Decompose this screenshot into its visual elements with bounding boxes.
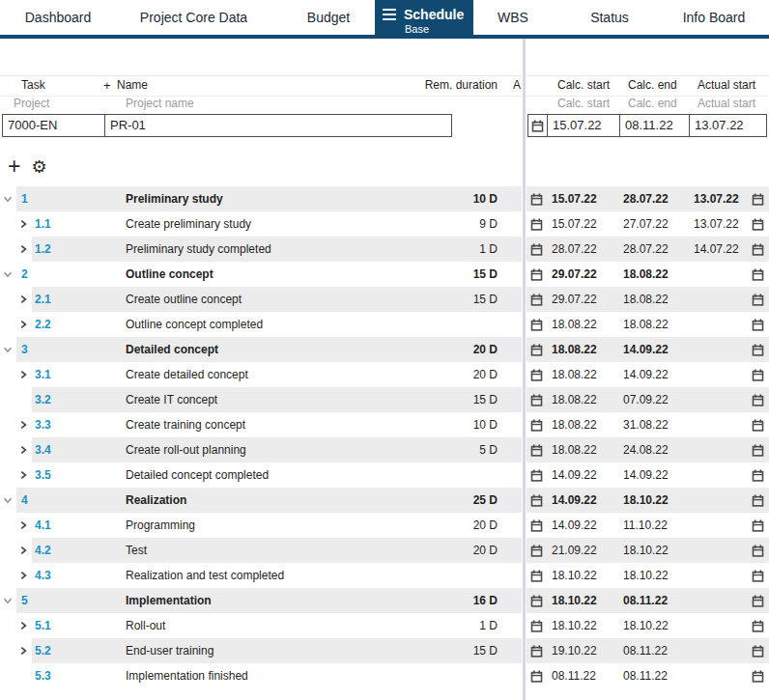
task-name[interactable]: Create roll-out planning — [126, 443, 440, 457]
chevron-right-icon[interactable] — [17, 545, 29, 556]
task-rem-duration[interactable]: 5 D — [440, 443, 498, 457]
actual-start-cell[interactable]: 13.07.22 — [694, 217, 747, 231]
calc-start-cell[interactable]: 18.08.22 — [549, 343, 623, 356]
task-id[interactable]: 5.3 — [32, 669, 126, 683]
calc-start-cell[interactable]: 14.09.22 — [549, 468, 623, 482]
task-name[interactable]: Test — [126, 544, 440, 557]
calc-end-cell[interactable]: 08.11.22 — [623, 594, 694, 607]
task-row[interactable]: 2.1Create outline concept15 D — [0, 287, 522, 312]
calc-end-cell[interactable]: 08.11.22 — [623, 644, 694, 658]
task-id[interactable]: 3.2 — [32, 393, 126, 406]
task-row[interactable]: 3.5Detailed concept completed — [0, 462, 522, 488]
column-header-a[interactable]: A — [513, 76, 521, 95]
calc-end-cell[interactable]: 24.08.22 — [623, 443, 694, 457]
calendar-icon[interactable] — [527, 545, 549, 557]
calendar-icon[interactable] — [527, 419, 549, 432]
chevron-right-icon[interactable] — [17, 369, 29, 380]
task-name[interactable]: Create preliminary study — [126, 217, 440, 231]
task-id[interactable]: 5.1 — [32, 619, 126, 632]
calc-end-cell[interactable]: 18.08.22 — [623, 267, 694, 281]
calc-start-cell[interactable]: 18.08.22 — [549, 418, 623, 432]
task-rem-duration[interactable]: 10 D — [440, 192, 498, 206]
calc-end-cell[interactable]: 28.07.22 — [623, 192, 694, 206]
task-id[interactable]: 3.1 — [32, 368, 126, 381]
add-task-button[interactable]: + — [8, 156, 20, 176]
task-id[interactable]: 5.2 — [32, 644, 126, 658]
calendar-icon[interactable] — [528, 115, 548, 136]
calendar-icon[interactable] — [747, 344, 769, 356]
calc-start-cell[interactable]: 08.11.22 — [549, 669, 623, 683]
close-icon[interactable]: × — [472, 8, 482, 21]
calc-start-cell[interactable]: 15.07.22 — [549, 217, 623, 231]
calc-end-cell[interactable]: 14.09.22 — [623, 368, 694, 381]
task-id[interactable]: 1.1 — [32, 217, 126, 231]
chevron-down-icon[interactable] — [2, 268, 14, 280]
calendar-icon[interactable] — [527, 319, 549, 331]
calc-start-cell[interactable]: 15.07.22 — [549, 192, 623, 206]
settings-gear-icon[interactable]: ⚙ — [31, 156, 46, 177]
date-row[interactable]: 14.09.2218.10.22 — [527, 488, 769, 513]
column-header-rem-duration[interactable]: Rem. duration — [425, 76, 498, 95]
calc-end-cell[interactable]: 27.07.22 — [623, 217, 694, 231]
task-rem-duration[interactable]: 10 D — [440, 418, 498, 432]
task-row[interactable]: 5.1Roll-out1 D — [0, 613, 522, 638]
calc-end-cell[interactable]: 18.10.22 — [623, 544, 694, 557]
task-name[interactable]: Preliminary study — [126, 192, 440, 206]
task-row[interactable]: 5.2End-user training15 D — [0, 638, 522, 663]
column-header-calc-start[interactable]: Calc. start — [557, 76, 610, 95]
task-rem-duration[interactable]: 15 D — [440, 293, 498, 306]
task-id[interactable]: 4.3 — [32, 569, 126, 582]
chevron-right-icon[interactable] — [17, 218, 29, 230]
calendar-icon[interactable] — [747, 595, 769, 607]
calendar-icon[interactable] — [527, 519, 549, 532]
date-row[interactable]: 21.09.2218.10.22 — [527, 538, 769, 563]
calendar-icon[interactable] — [747, 670, 769, 683]
calc-start-cell[interactable]: 28.07.22 — [549, 242, 623, 256]
task-id[interactable]: 1.2 — [32, 242, 126, 256]
calendar-icon[interactable] — [747, 369, 769, 381]
calc-end-cell[interactable]: 07.09.22 — [623, 393, 694, 406]
task-row[interactable]: 4.2Test20 D — [0, 538, 522, 563]
task-id[interactable]: 2 — [16, 267, 126, 281]
date-row[interactable]: 28.07.2228.07.2214.07.22 — [527, 237, 769, 262]
calc-end-cell[interactable]: 31.08.22 — [623, 418, 694, 432]
calc-end-cell[interactable]: 18.10.22 — [623, 619, 694, 632]
date-row[interactable]: 29.07.2218.08.22 — [527, 262, 769, 287]
chevron-right-icon[interactable] — [17, 319, 29, 330]
tab-info-board[interactable]: Info Board — [664, 0, 764, 35]
chevron-down-icon[interactable] — [2, 344, 14, 355]
calendar-icon[interactable] — [527, 570, 549, 582]
chevron-down-icon[interactable] — [2, 193, 14, 205]
date-row[interactable]: 14.09.2214.09.22 — [527, 462, 769, 488]
date-row[interactable]: 18.08.2224.08.22 — [527, 437, 769, 462]
date-row[interactable]: 18.10.2218.10.22 — [527, 613, 769, 638]
date-row[interactable]: 19.10.2208.11.22 — [527, 638, 769, 663]
tab-wbs[interactable]: WBS — [477, 0, 549, 35]
tab-schedule[interactable]: Schedule×Base — [375, 0, 473, 39]
calendar-icon[interactable] — [527, 620, 549, 632]
calendar-icon[interactable] — [747, 645, 769, 658]
project-name-field[interactable]: PR-01 — [105, 115, 451, 136]
task-row[interactable]: 5.3Implementation finished — [0, 663, 522, 688]
actual-start-cell[interactable]: 13.07.22 — [694, 192, 747, 206]
task-name[interactable]: Create training concept — [126, 418, 440, 432]
task-id[interactable]: 3.3 — [32, 418, 126, 432]
date-row[interactable]: 29.07.2218.08.22 — [527, 287, 769, 312]
calc-start-cell[interactable]: 29.07.22 — [549, 293, 623, 306]
column-header-actual-start[interactable]: Actual start — [698, 76, 755, 95]
task-row[interactable]: 1Preliminary study10 D — [0, 186, 522, 211]
calc-end-cell[interactable]: 18.10.22 — [623, 569, 694, 582]
date-row[interactable]: 14.09.2211.10.22 — [527, 513, 769, 538]
project-calc-end-field[interactable]: 08.11.22 — [620, 115, 690, 136]
calendar-icon[interactable] — [747, 218, 769, 231]
column-header-task[interactable]: Task — [21, 76, 45, 95]
calc-start-cell[interactable]: 14.09.22 — [549, 493, 623, 507]
calc-start-cell[interactable]: 14.09.22 — [549, 518, 623, 532]
task-name[interactable]: Outline concept — [126, 267, 440, 281]
tab-budget[interactable]: Budget — [286, 0, 371, 35]
calendar-icon[interactable] — [527, 494, 549, 507]
task-rem-duration[interactable]: 15 D — [440, 267, 498, 281]
task-rem-duration[interactable]: 1 D — [440, 242, 498, 256]
task-name[interactable]: End-user training — [126, 644, 440, 658]
task-row[interactable]: 3.4Create roll-out planning5 D — [0, 437, 522, 462]
